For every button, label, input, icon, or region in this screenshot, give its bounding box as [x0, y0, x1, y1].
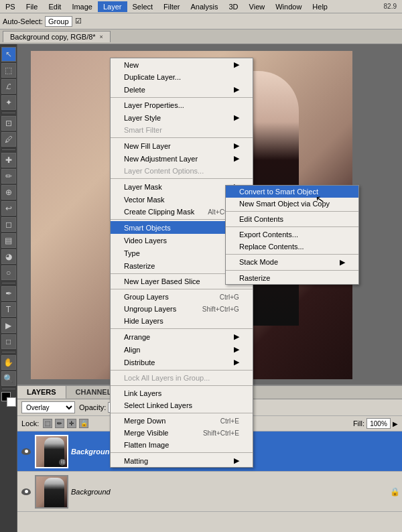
toolbar-group-select[interactable]: Group [45, 16, 72, 27]
menu-layer-properties[interactable]: Layer Properties... [111, 99, 253, 111]
layer-thumbnail-1 [35, 475, 68, 509]
layer-visibility-1[interactable] [20, 486, 32, 498]
history-brush[interactable]: ↩ [1, 201, 16, 216]
menu-matting[interactable]: Matting ▶ [111, 454, 253, 467]
hand-tool[interactable]: ✋ [1, 355, 16, 370]
lasso-tool[interactable]: 𝓛 [1, 79, 16, 94]
menubar-window[interactable]: Window [270, 1, 307, 12]
type-tool[interactable]: T [1, 302, 16, 317]
crop-tool[interactable]: ⊡ [1, 116, 16, 131]
menu-hide-layers[interactable]: Hide Layers [111, 315, 253, 327]
dodge-tool[interactable]: ○ [1, 265, 16, 280]
menu-smart-filter: Smart Filter [111, 124, 253, 136]
menubar-file[interactable]: File [21, 1, 44, 12]
smart-sep-4 [226, 270, 358, 271]
menubar-select[interactable]: Select [127, 1, 159, 12]
menu-layer-style[interactable]: Layer Style ▶ [111, 111, 253, 124]
menubar-analysis[interactable]: Analysis [186, 1, 224, 12]
lock-all-icon[interactable]: 🔒 [79, 419, 88, 428]
menubar-view[interactable]: View [244, 1, 271, 12]
menu-group-layers[interactable]: Group Layers Ctrl+G [111, 291, 253, 303]
menu-duplicate-layer[interactable]: Duplicate Layer... [111, 71, 253, 83]
menu-merge-visible[interactable]: Merge Visible Shift+Ctrl+E [111, 427, 253, 439]
tool-separator [2, 113, 15, 113]
stack-mode-arrow: ▶ [340, 258, 345, 267]
smart-rasterize[interactable]: Rasterize [226, 272, 358, 284]
magic-wand-tool[interactable]: ✦ [1, 95, 16, 110]
menu-new[interactable]: New ▶ [111, 58, 253, 71]
smart-replace-contents[interactable]: Replace Contents... [226, 241, 358, 253]
zoom-tool[interactable]: 🔍 [1, 371, 16, 386]
menu-arrow: ▶ [234, 141, 239, 150]
menubar-ps[interactable]: PS [0, 1, 21, 12]
menubar: PS File Edit Image Layer Select Filter A… [0, 0, 402, 13]
marquee-tool[interactable]: ⬚ [1, 63, 16, 78]
gradient-tool[interactable]: ▤ [1, 233, 16, 248]
smart-convert[interactable]: Convert to Smart Object [226, 186, 358, 198]
menu-select-linked[interactable]: Select Linked Layers [111, 399, 253, 411]
menubar-image[interactable]: Image [66, 1, 98, 12]
lock-position-icon[interactable]: ✛ [67, 419, 76, 428]
document-tab[interactable]: Background copy, RGB/8* × [3, 31, 111, 42]
opacity-label: Opacity: [79, 403, 106, 411]
background-color[interactable] [7, 397, 16, 407]
lock-label: Lock: [21, 419, 39, 427]
menu-sep-6 [111, 289, 253, 289]
menu-sep-9 [111, 385, 253, 386]
menu-ungroup-layers[interactable]: Ungroup Layers Shift+Ctrl+G [111, 303, 253, 315]
menu-sep-2 [111, 137, 253, 138]
tab-layers[interactable]: LAYERS [17, 386, 66, 399]
zoom-level: 82.9 [384, 3, 402, 10]
fill-arrow[interactable]: ▶ [393, 420, 398, 427]
tool-separator-3 [2, 283, 15, 283]
smart-edit-contents[interactable]: Edit Contents [226, 213, 358, 225]
menu-merge-down[interactable]: Merge Down Ctrl+E [111, 415, 253, 427]
eyedropper-tool[interactable]: 🖊 [1, 132, 16, 147]
menu-align[interactable]: Align ▶ [111, 343, 253, 356]
menu-new-fill[interactable]: New Fill Layer ▶ [111, 139, 253, 152]
tool-separator-5 [2, 389, 15, 389]
blend-mode-select[interactable]: Overlay [21, 401, 75, 413]
eye-pupil-1 [25, 490, 28, 493]
menubar-3d[interactable]: 3D [224, 1, 244, 12]
menubar-edit[interactable]: Edit [43, 1, 66, 12]
menu-flatten-image[interactable]: Flatten Image [111, 439, 253, 451]
thumb-figure-1 [44, 478, 64, 507]
menu-sep-11 [111, 452, 253, 453]
menubar-layer[interactable]: Layer [98, 1, 127, 12]
layer-visibility-0[interactable] [20, 446, 32, 458]
fill-input[interactable] [366, 418, 391, 429]
menu-sep-3 [111, 178, 253, 179]
menu-distribute[interactable]: Distribute ▶ [111, 356, 253, 369]
brush-tool[interactable]: ✏ [1, 169, 16, 184]
menu-sep-10 [111, 413, 253, 413]
smart-new-via-copy[interactable]: New Smart Object via Copy [226, 198, 358, 210]
eye-icon-1 [21, 488, 31, 495]
layer-row-background[interactable]: Background 🔒 [17, 472, 402, 512]
menu-link-layers[interactable]: Link Layers [111, 387, 253, 399]
lock-image-icon[interactable]: ✏ [55, 419, 64, 428]
pen-tool[interactable]: ✒ [1, 286, 16, 301]
menubar-filter[interactable]: Filter [158, 1, 185, 12]
tab-close-button[interactable]: × [100, 34, 103, 40]
eraser-tool[interactable]: ◻ [1, 217, 16, 232]
eye-icon-0 [21, 448, 31, 455]
path-selection[interactable]: ▶ [1, 318, 16, 333]
menu-delete[interactable]: Delete ▶ [111, 83, 253, 96]
menu-arrow: ▶ [234, 332, 239, 341]
menu-sep-7 [111, 328, 253, 329]
smart-export-contents[interactable]: Export Contents... [226, 228, 358, 241]
smart-stack-mode[interactable]: Stack Mode ▶ [226, 256, 358, 269]
menu-arrange[interactable]: Arrange ▶ [111, 330, 253, 343]
menubar-help[interactable]: Help [307, 1, 333, 12]
menu-new-adjustment[interactable]: New Adjustment Layer ▶ [111, 152, 253, 165]
lock-transparent-icon[interactable]: ⬚ [43, 419, 52, 428]
healing-tool[interactable]: ✚ [1, 153, 16, 168]
color-picker[interactable] [1, 392, 16, 407]
layer-lock-icon: 🔒 [390, 487, 399, 496]
move-tool[interactable]: ↖ [1, 47, 16, 62]
clone-tool[interactable]: ⊕ [1, 185, 16, 200]
toolbar-checkbox[interactable]: ☑ [75, 17, 82, 25]
blur-tool[interactable]: ◕ [1, 249, 16, 264]
shape-tool[interactable]: □ [1, 334, 16, 349]
